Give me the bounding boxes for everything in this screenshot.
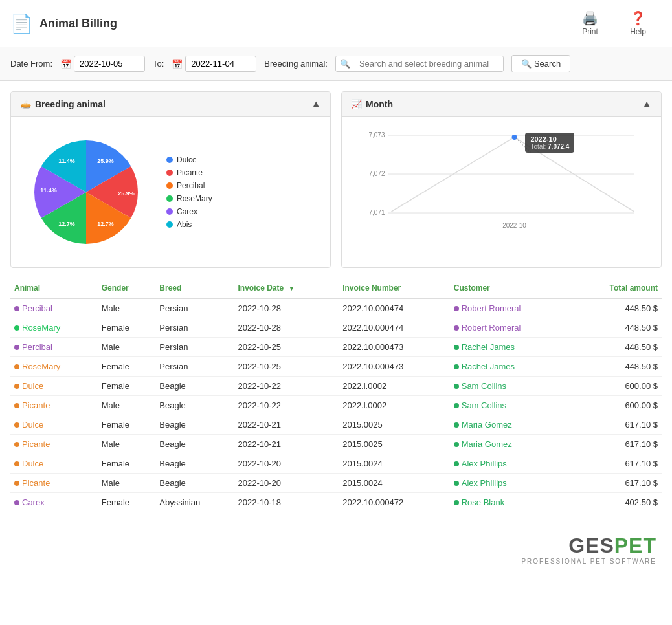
customer-dot (454, 384, 459, 389)
col-total[interactable]: Total amount (571, 278, 662, 298)
animal-dot (14, 306, 19, 311)
col-gender[interactable]: Gender (98, 278, 156, 298)
animal-link[interactable]: Dulce (22, 420, 43, 430)
customer-dot (454, 481, 459, 486)
animal-link[interactable]: RoseMary (22, 323, 60, 333)
customer-dot (454, 325, 459, 331)
header-left: 📄 Animal Billing (10, 13, 117, 34)
customer-dot (454, 306, 459, 311)
help-label: Help (630, 27, 646, 36)
cell-total: 617.10 $ (571, 454, 662, 474)
cell-invoice-number: 2015.0025 (339, 415, 450, 435)
cell-breed: Beagle (155, 474, 234, 493)
cell-invoice-date: 2022-10-22 (234, 396, 339, 415)
cell-breed: Beagle (155, 415, 234, 435)
customer-link[interactable]: Rose Blank (462, 498, 504, 507)
cell-animal: Percibal (10, 298, 98, 318)
filter-bar: Date From: 📅 To: 📅 Breeding animal: 🔍 🔍 … (0, 47, 672, 81)
col-customer[interactable]: Customer (450, 278, 571, 298)
cell-customer: Rachel James (450, 338, 571, 357)
cell-customer: Sam Collins (450, 396, 571, 415)
animal-link[interactable]: Percibal (22, 303, 52, 313)
animal-link[interactable]: Picante (22, 439, 50, 449)
line-chart-title: 📈 Month (351, 99, 393, 109)
cell-invoice-date: 2022-10-25 (234, 357, 339, 377)
customer-link[interactable]: Maria Gomez (462, 420, 512, 430)
print-button[interactable]: 🖨️ Print (566, 5, 614, 41)
pie-chart-header: 🥧 Breeding animal ▲ (11, 92, 330, 117)
col-invoice-date[interactable]: Invoice Date ▼ (234, 278, 339, 298)
date-from-label: Date From: (10, 59, 52, 69)
cell-gender: Female (98, 415, 156, 435)
legend-dot-rosemary (166, 195, 173, 202)
cell-customer: Rose Blank (450, 493, 571, 512)
col-animal[interactable]: Animal (10, 278, 98, 298)
animal-dot (14, 384, 19, 389)
cell-invoice-number: 2022.10.000474 (339, 298, 450, 318)
customer-link[interactable]: Rachel James (462, 362, 515, 371)
chart-tooltip: 2022-10 Total: 7,072.4 (525, 133, 574, 153)
animal-link[interactable]: Dulce (22, 459, 43, 468)
pie-chart-collapse[interactable]: ▲ (311, 98, 321, 110)
table-section: Animal Gender Breed Invoice Date ▼ Invoi… (0, 278, 672, 523)
cell-total: 617.10 $ (571, 474, 662, 493)
animal-link[interactable]: RoseMary (22, 362, 60, 371)
cell-total: 600.00 $ (571, 377, 662, 396)
cell-animal: RoseMary (10, 318, 98, 338)
customer-link[interactable]: Alex Phillips (462, 459, 507, 468)
cell-gender: Male (98, 338, 156, 357)
cell-invoice-number: 2022.l.0002 (339, 377, 450, 396)
table-row: Dulce Female Beagle 2022-10-21 2015.0025… (10, 415, 662, 435)
customer-link[interactable]: Maria Gomez (462, 439, 512, 449)
col-breed[interactable]: Breed (155, 278, 234, 298)
help-button[interactable]: ❓ Help (614, 5, 662, 41)
print-label: Print (582, 27, 598, 36)
line-chart-collapse[interactable]: ▲ (642, 98, 652, 110)
animal-link[interactable]: Percibal (22, 342, 52, 352)
cell-customer: Rachel James (450, 357, 571, 377)
col-invoice-number[interactable]: Invoice Number (339, 278, 450, 298)
legend-label-percibal: Percibal (177, 181, 205, 190)
svg-text:12.7%: 12.7% (97, 221, 114, 227)
cell-invoice-number: 2022.10.000474 (339, 318, 450, 338)
customer-link[interactable]: Sam Collins (462, 400, 506, 410)
breeding-search-input[interactable] (354, 56, 503, 71)
customer-link[interactable]: Robert Romeral (462, 303, 521, 313)
date-from-input[interactable] (74, 56, 145, 72)
table-row: Percibal Male Persian 2022-10-25 2022.10… (10, 338, 662, 357)
cell-invoice-date: 2022-10-20 (234, 474, 339, 493)
legend-item-dulce: Dulce (166, 155, 212, 164)
tooltip-date: 2022-10 (530, 135, 569, 143)
cell-invoice-date: 2022-10-18 (234, 493, 339, 512)
animal-link[interactable]: Dulce (22, 381, 43, 391)
animal-link[interactable]: Picante (22, 400, 50, 410)
legend-dot-carex (166, 208, 173, 215)
animal-link[interactable]: Picante (22, 478, 50, 488)
cell-animal: Dulce (10, 377, 98, 396)
svg-text:11.4%: 11.4% (40, 187, 57, 193)
legend-dot-dulce (166, 157, 173, 163)
cell-total: 448.50 $ (571, 298, 662, 318)
cell-total: 402.50 $ (571, 493, 662, 512)
cell-gender: Female (98, 377, 156, 396)
cell-invoice-date: 2022-10-28 (234, 298, 339, 318)
search-btn-icon: 🔍 (521, 59, 532, 69)
customer-dot (454, 500, 459, 505)
search-btn-label: Search (534, 59, 561, 69)
search-button[interactable]: 🔍 Search (511, 55, 570, 72)
cell-invoice-date: 2022-10-21 (234, 415, 339, 435)
legend-dot-picante (166, 170, 173, 176)
customer-link[interactable]: Rachel James (462, 342, 515, 352)
customer-link[interactable]: Alex Phillips (462, 478, 507, 488)
cell-breed: Abyssinian (155, 493, 234, 512)
animal-dot (14, 364, 19, 369)
customer-link[interactable]: Sam Collins (462, 381, 506, 391)
svg-text:25.9%: 25.9% (97, 158, 114, 164)
animal-link[interactable]: Carex (22, 498, 45, 507)
cell-animal: RoseMary (10, 357, 98, 377)
customer-link[interactable]: Robert Romeral (462, 323, 521, 333)
pie-chart-title: 🥧 Breeding animal (20, 99, 106, 109)
date-to-input[interactable] (185, 56, 256, 72)
cell-invoice-number: 2015.0024 (339, 454, 450, 474)
pie-svg: 25.9% 25.9% 12.7% 12.7% 11.4% 11.4% (21, 127, 151, 257)
